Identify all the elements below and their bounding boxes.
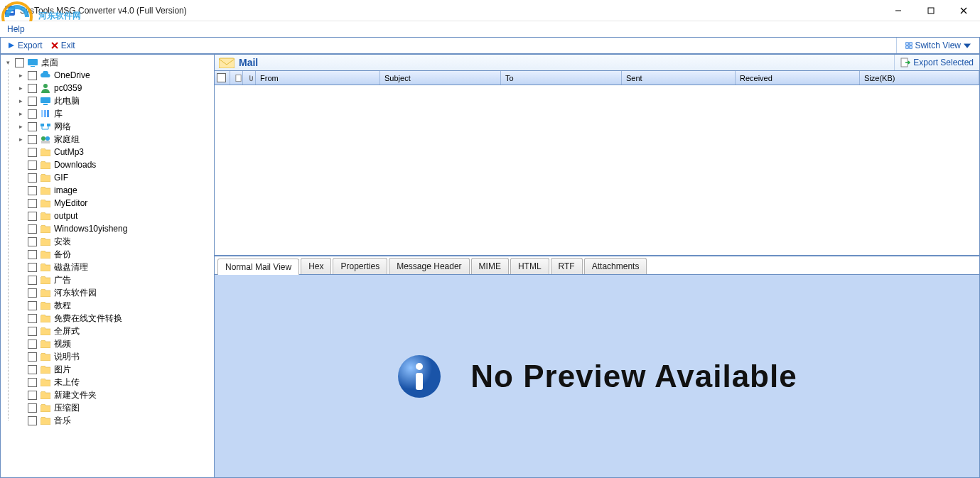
tree-checkbox[interactable] [28,212,37,221]
folder-icon [40,160,51,170]
tree-checkbox[interactable] [28,288,37,298]
tree-checkbox[interactable] [28,173,37,183]
tree-item[interactable]: ▸pc0359 [16,82,211,94]
tree-checkbox[interactable] [28,199,37,208]
tree-checkbox[interactable] [28,161,37,170]
tab-properties[interactable]: Properties [333,258,387,274]
header-to[interactable]: To [501,71,622,85]
tree-item[interactable]: 备份 [16,248,211,261]
header-flag-col[interactable] [230,71,243,85]
expand-icon[interactable]: ▸ [16,122,25,131]
tree-checkbox[interactable] [28,109,37,119]
tree-item[interactable]: 广告 [16,273,211,286]
tree-item[interactable]: ▸OneDrive [16,69,211,82]
tab-message-header[interactable]: Message Header [389,258,469,274]
expand-icon[interactable]: ▸ [16,84,25,92]
minimize-button[interactable] [882,0,915,21]
tree-item[interactable]: 河东软件园 [16,286,211,299]
tree-checkbox[interactable] [28,84,37,93]
expand-icon[interactable]: ▸ [16,97,25,105]
tree-item[interactable]: Windows10yisheng [16,222,211,235]
tree-item[interactable]: 音乐 [16,414,211,427]
tree-checkbox[interactable] [28,327,37,336]
tree-checkbox[interactable] [15,58,24,67]
tree-checkbox[interactable] [28,224,37,234]
expand-icon[interactable]: ▸ [16,71,25,80]
expand-icon[interactable]: ▸ [16,109,25,118]
header-received[interactable]: Received [736,71,860,85]
export-button[interactable]: Export [5,40,45,50]
expand-icon[interactable]: ▸ [16,135,25,143]
tree-item[interactable]: 免费在线文件转换 [16,312,211,325]
tree-item[interactable]: ▸库 [16,107,211,120]
tree-item[interactable]: CutMp3 [16,146,211,158]
header-from[interactable]: From [256,71,380,85]
tree-item[interactable]: ▸网络 [16,120,211,133]
close-button[interactable] [947,0,980,21]
exit-button[interactable]: Exit [48,40,78,50]
tab-rtf[interactable]: RTF [551,258,583,274]
tree-checkbox[interactable] [28,148,37,157]
export-selected-button[interactable]: Export Selected [894,55,979,70]
svg-point-20 [43,84,48,88]
select-all-checkbox[interactable] [217,73,226,82]
tree-checkbox[interactable] [28,391,37,400]
tree-item[interactable]: MyEditor [16,197,211,210]
header-attachment-col[interactable] [243,71,256,85]
tree-checkbox[interactable] [28,365,37,374]
tab-html[interactable]: HTML [510,258,549,274]
tree-item[interactable]: image [16,184,211,197]
tree-item[interactable]: ▸此电脑 [16,94,211,107]
tree-item[interactable]: 说明书 [16,350,211,363]
svg-point-32 [45,136,50,141]
tree-checkbox[interactable] [28,416,37,425]
collapse-icon[interactable]: ▾ [4,58,12,67]
tree-checkbox[interactable] [28,71,37,80]
header-checkbox-col[interactable] [215,71,230,85]
tree-checkbox[interactable] [28,135,37,144]
tab-attachments[interactable]: Attachments [584,258,647,274]
tree-checkbox[interactable] [28,276,37,285]
tree-item[interactable]: output [16,210,211,222]
header-size[interactable]: Size(KB) [860,71,979,85]
tree-checkbox[interactable] [28,250,37,259]
tree-checkbox[interactable] [28,352,37,362]
tree-item[interactable]: GIF [16,171,211,184]
tree-checkbox[interactable] [28,340,37,349]
tree-checkbox[interactable] [28,378,37,387]
maximize-button[interactable] [915,0,947,21]
tree-checkbox[interactable] [28,122,37,131]
tree-root[interactable]: ▾ 桌面 [4,56,211,69]
folder-icon [40,237,51,246]
tree-item[interactable]: 全屏式 [16,325,211,337]
folder-tree-pane[interactable]: ▾ 桌面 ▸OneDrive▸pc0359▸此电脑▸库▸网络▸家庭组CutMp3… [0,54,215,478]
tree-checkbox[interactable] [28,97,37,106]
tree-checkbox[interactable] [28,186,37,195]
tree-item[interactable]: Downloads [16,158,211,171]
tree-item[interactable]: 视频 [16,337,211,350]
tree-item[interactable]: 教程 [16,299,211,312]
tree-checkbox[interactable] [28,314,37,323]
tree-item[interactable]: 压缩图 [16,401,211,414]
header-sent[interactable]: Sent [622,71,736,85]
tree-root-label: 桌面 [40,56,58,69]
tree-item[interactable]: 安装 [16,235,211,248]
switch-view-button[interactable]: Switch View [903,40,974,50]
tree-item[interactable]: ▸家庭组 [16,133,211,146]
tree-checkbox[interactable] [28,403,37,413]
tree-item-label: Downloads [53,158,96,171]
tree-item[interactable]: 图片 [16,363,211,376]
tree-item[interactable]: 未上传 [16,376,211,389]
tree-item[interactable]: 新建文件夹 [16,389,211,401]
tree-checkbox[interactable] [28,237,37,246]
mail-grid[interactable]: From Subject To Sent Received Size(KB) [215,71,980,256]
menu-help[interactable]: Help [7,24,25,34]
play-icon [8,42,15,49]
tab-hex[interactable]: Hex [301,258,331,274]
tree-checkbox[interactable] [28,301,37,310]
tree-item[interactable]: 磁盘清理 [16,261,211,273]
header-subject[interactable]: Subject [380,71,501,85]
tab-normal-mail-view[interactable]: Normal Mail View [217,259,299,275]
tab-mime[interactable]: MIME [471,258,509,274]
tree-checkbox[interactable] [28,263,37,272]
